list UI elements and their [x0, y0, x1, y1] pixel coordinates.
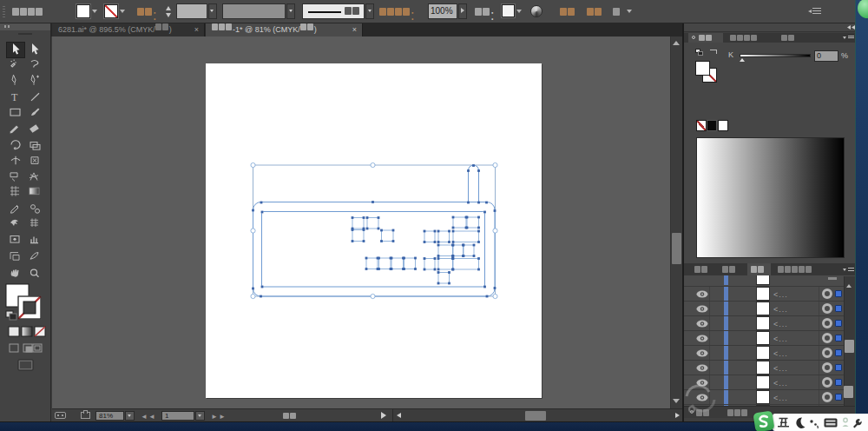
svg-text:T: T: [11, 92, 17, 103]
